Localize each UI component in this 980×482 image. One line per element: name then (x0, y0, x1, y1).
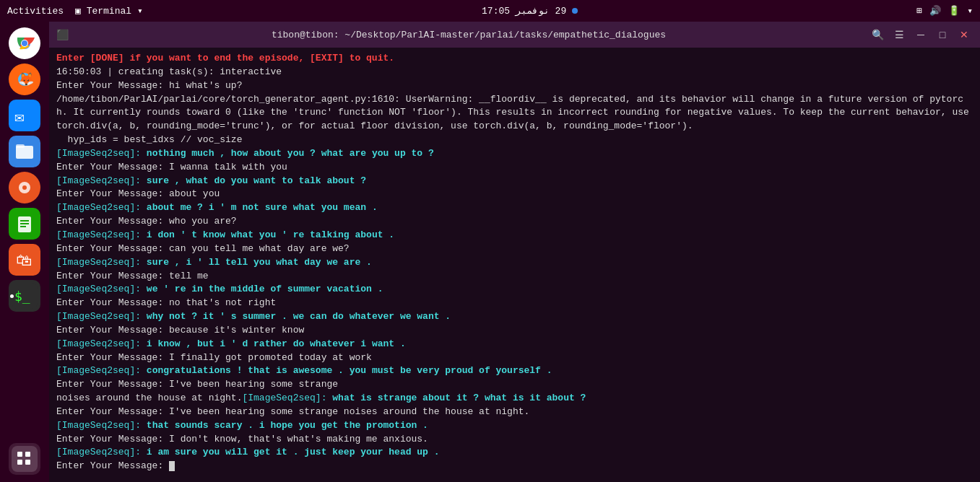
svg-rect-11 (16, 144, 25, 148)
terminal-line: Enter Your Message: I don't know, that's… (56, 433, 973, 447)
terminal-line: Enter Your Message: can you tell me what… (56, 242, 973, 256)
battery-icon[interactable]: 🔋 (948, 5, 960, 17)
terminal-window: ⬛ tibon@tibon: ~/Desktop/ParlAI-master/p… (49, 22, 980, 482)
terminal-line: Enter Your Message: I've been hearing so… (56, 406, 973, 419)
svg-point-14 (22, 185, 27, 190)
terminal-line: /home/tibon/ParlAI/parlai/core/torch_gen… (56, 93, 973, 134)
minimize-button[interactable]: ─ (912, 26, 929, 43)
terminal-titlebar: ⬛ tibon@tibon: ~/Desktop/ParlAI-master/p… (49, 22, 980, 48)
svg-rect-18 (20, 223, 29, 224)
sidebar-item-thunderbird[interactable]: ✉ (9, 100, 40, 131)
close-button[interactable]: ✕ (955, 26, 973, 43)
svg-rect-27 (17, 460, 22, 465)
terminal-line: [ImageSeq2seq]: i know , but i ' d rathe… (56, 338, 973, 351)
terminal-line: Enter Your Message: no that's not right (56, 297, 973, 310)
terminal-line: 16:50:03 | creating task(s): interactive (56, 66, 973, 79)
terminal-line: [ImageSeq2seq]: congratulations ! that i… (56, 364, 973, 378)
notification-dot (572, 8, 578, 14)
sidebar-item-terminal[interactable]: $_ (9, 280, 40, 312)
terminal-line: hyp_ids = best_idxs // voc_size (56, 133, 973, 147)
terminal-line: Enter [DONE] if you want to end the epis… (56, 52, 973, 66)
terminal-line: Enter Your Message: I've been hearing so… (56, 378, 973, 392)
menu-button[interactable]: ☰ (890, 26, 908, 43)
terminal-label[interactable]: ▣ Terminal ▾ (75, 5, 143, 17)
activities-label[interactable]: Activities (7, 6, 64, 17)
terminal-line: [ImageSeq2seq]: sure , what do you want … (56, 175, 973, 188)
maximize-button[interactable]: □ (934, 26, 951, 43)
sidebar-item-appstore[interactable]: 🛍 (9, 244, 40, 276)
titlebar-title: tibon@tibon: ~/Desktop/ParlAI-master/par… (69, 30, 869, 40)
terminal-line: Enter Your Message: I finally got promot… (56, 351, 973, 365)
terminal-line: Enter Your Message: I wanna talk with yo… (56, 161, 973, 175)
terminal-line: [ImageSeq2seq]: that sounds scary . i ho… (56, 419, 973, 433)
svg-rect-28 (25, 460, 30, 465)
terminal-line: Enter Your Message: tell me (56, 270, 973, 284)
volume-icon[interactable]: 🔊 (929, 5, 941, 17)
cursor (169, 461, 175, 471)
sidebar: 🦊 ✉ (0, 22, 49, 482)
titlebar-left: ⬛ (56, 29, 69, 41)
svg-text:🦊: 🦊 (18, 71, 35, 87)
terminal-line: [ImageSeq2seq]: i don ' t know what you … (56, 229, 973, 242)
svg-text:$_: $_ (14, 289, 30, 304)
top-bar: Activities ▣ Terminal ▾ 29 نوفمبر 17:05 … (0, 0, 980, 22)
top-bar-right: ⊞ 🔊 🔋 ▾ (916, 5, 973, 17)
svg-rect-19 (20, 226, 26, 227)
terminal-body[interactable]: Enter [DONE] if you want to end the epis… (49, 48, 980, 482)
terminal-icon: ▣ (75, 6, 81, 17)
terminal-line: [ImageSeq2seq]: why not ? it ' s summer … (56, 310, 973, 324)
svg-rect-26 (25, 452, 30, 457)
terminal-line: Enter Your Message: hi what's up? (56, 79, 973, 93)
terminal-line: noises around the house at night.[ImageS… (56, 392, 973, 406)
top-bar-left: Activities ▣ Terminal ▾ (7, 5, 143, 17)
terminal-line: [ImageSeq2seq]: sure , i ' ll tell you w… (56, 256, 973, 270)
sidebar-bottom (9, 443, 40, 475)
active-indicator (10, 294, 14, 298)
network-icon[interactable]: ⊞ (916, 5, 922, 17)
sidebar-item-files[interactable] (9, 136, 40, 167)
sidebar-item-chrome[interactable] (9, 27, 40, 59)
titlebar-right: 🔍 ☰ ─ □ ✕ (869, 26, 973, 43)
sidebar-item-firefox[interactable]: 🦊 (9, 63, 40, 95)
terminal-line: [ImageSeq2seq]: we ' re in the middle of… (56, 283, 973, 297)
system-menu-icon[interactable]: ▾ (967, 5, 973, 17)
tab-icon: ⬛ (56, 29, 69, 41)
search-button[interactable]: 🔍 (869, 26, 886, 43)
sidebar-item-libreoffice[interactable] (9, 208, 40, 240)
svg-text:🛍: 🛍 (16, 253, 32, 271)
svg-point-3 (22, 40, 27, 46)
svg-rect-17 (20, 220, 29, 222)
sidebar-item-rhythmbox[interactable] (9, 172, 40, 203)
terminal-dropdown-icon[interactable]: ▾ (137, 6, 143, 17)
sidebar-item-show-apps[interactable] (9, 443, 40, 475)
terminal-line: [ImageSeq2seq]: i am sure you will get i… (56, 446, 973, 460)
svg-rect-25 (17, 452, 22, 457)
terminal-line: [ImageSeq2seq]: about me ? i ' m not sur… (56, 201, 973, 215)
terminal-line: [ImageSeq2seq]: nothing much , how about… (56, 147, 973, 161)
terminal-line: Enter Your Message: who you are? (56, 215, 973, 229)
svg-rect-24 (12, 446, 38, 472)
svg-text:✉: ✉ (14, 109, 24, 127)
terminal-line: Enter Your Message: (56, 460, 973, 473)
terminal-line: Enter Your Message: because it's winter … (56, 324, 973, 338)
top-bar-datetime: 29 نوفمبر 17:05 (482, 5, 578, 17)
terminal-line: Enter Your Message: about you (56, 188, 973, 201)
